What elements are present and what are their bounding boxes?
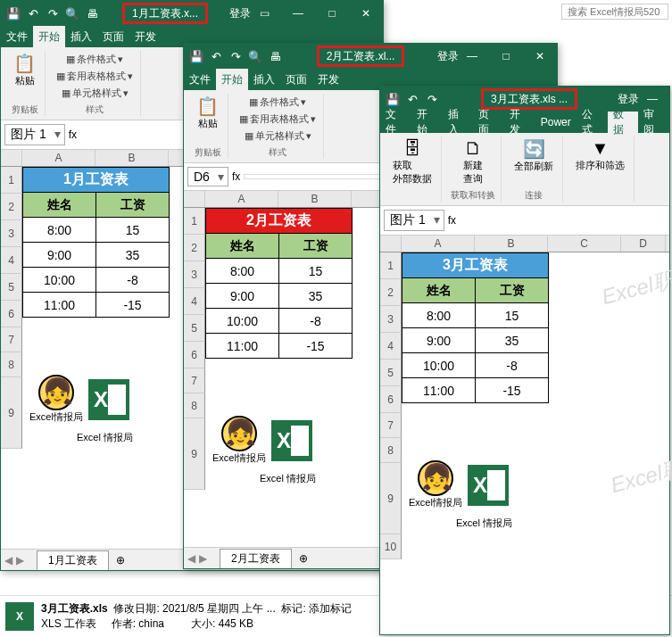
print-icon[interactable]: 🖶: [83, 4, 101, 22]
refresh-button[interactable]: 🔄全部刷新: [510, 136, 557, 175]
fx-icon[interactable]: fx: [232, 170, 240, 183]
add-sheet-icon[interactable]: ⊕: [299, 552, 308, 565]
data-table-3: 3月工资表 姓名工资 8:0015 9:0035 10:00-8 11:00-1…: [402, 252, 549, 403]
fx-icon[interactable]: fx: [448, 214, 456, 227]
paste-button[interactable]: 📋粘贴: [193, 94, 222, 132]
menu-insert[interactable]: 插入: [65, 26, 97, 47]
redo-icon[interactable]: ↷: [44, 4, 62, 22]
excel-icon: [468, 465, 509, 506]
titlebar-win1: 💾 ↶ ↷ 🔍 🖶 1月工资表.x... 登录 ▭ — □ ✕: [1, 1, 383, 26]
login-button[interactable]: 登录: [437, 49, 459, 64]
row-7[interactable]: 7: [1, 327, 22, 352]
filename-win1: 1月工资表.x...: [122, 3, 208, 24]
menubar-win3: 文件 开始 插入 页面 开发 Power 公式 数据 审阅: [380, 112, 669, 133]
filename-win2: 2月工资表.xl...: [317, 46, 405, 67]
search-input[interactable]: [561, 4, 668, 20]
menu-dev[interactable]: 开发: [129, 26, 162, 47]
minimize-icon[interactable]: —: [639, 93, 666, 105]
data-table-2: 2月工资表 姓名工资 8:0015 9:0035 10:00-8 11:00-1…: [205, 208, 353, 359]
menu-file[interactable]: 文件: [184, 69, 216, 90]
sheet-tab-1[interactable]: 1月工资表: [37, 550, 109, 570]
namebox-win3[interactable]: 图片 1: [384, 210, 444, 231]
tab-nav-last-icon[interactable]: ▶: [16, 554, 24, 567]
preview-icon[interactable]: 🔍: [246, 47, 264, 65]
logo-bureau-3: Excel情报局: [402, 453, 549, 517]
minimize-icon[interactable]: —: [285, 7, 311, 20]
row-1[interactable]: 1: [1, 167, 22, 194]
col-A[interactable]: A: [205, 191, 278, 207]
close-icon[interactable]: ✕: [353, 7, 379, 20]
ribbon-display-icon[interactable]: ▭: [251, 7, 278, 20]
save-icon[interactable]: 💾: [4, 4, 22, 22]
filename-win3: 3月工资表.xls ...: [481, 88, 577, 110]
redo-icon[interactable]: ↷: [423, 90, 441, 108]
menu-home[interactable]: 开始: [216, 69, 248, 90]
redo-icon[interactable]: ↷: [227, 47, 245, 65]
tab-nav-first-icon[interactable]: ◀: [4, 554, 12, 567]
undo-icon[interactable]: ↶: [403, 90, 421, 108]
minimize-icon[interactable]: —: [459, 50, 485, 62]
col-B[interactable]: B: [475, 236, 548, 252]
undo-icon[interactable]: ↶: [24, 4, 42, 22]
data-table-1: 1月工资表 姓名工资 8:0015 9:0035 10:00-8 11:00-1…: [22, 167, 170, 318]
sheet-tab-2[interactable]: 2月工资表: [220, 549, 292, 568]
col-B[interactable]: B: [278, 191, 352, 207]
table-title: 1月工资表: [23, 168, 170, 193]
save-icon[interactable]: 💾: [187, 47, 205, 65]
maximize-icon[interactable]: □: [493, 50, 519, 62]
undo-icon[interactable]: ↶: [207, 47, 225, 65]
col-D[interactable]: D: [621, 236, 666, 252]
col-A[interactable]: A: [22, 150, 95, 166]
avatar-icon: [38, 375, 74, 410]
ribbon-win3: 🗄获取 外部数据 🗋新建 查询 获取和转换 🔄全部刷新 连接 ▼排序和筛选: [380, 133, 669, 206]
preview-icon[interactable]: 🔍: [63, 4, 81, 22]
add-sheet-icon[interactable]: ⊕: [116, 554, 125, 567]
row-5[interactable]: 5: [1, 274, 22, 301]
sortfilter-button[interactable]: ▼排序和筛选: [572, 136, 628, 174]
row-4[interactable]: 4: [1, 247, 22, 274]
newquery-button[interactable]: 🗋新建 查询: [460, 136, 486, 187]
save-icon[interactable]: 💾: [384, 90, 402, 108]
menu-file[interactable]: 文件: [1, 26, 33, 47]
select-all[interactable]: [1, 150, 22, 166]
getdata-button[interactable]: 🗄获取 外部数据: [389, 136, 436, 187]
condfmt-button[interactable]: ▦ 条件格式 ▾: [247, 94, 308, 111]
avatar-icon: [418, 460, 453, 496]
cellfmt-button[interactable]: ▦ 单元格样式 ▾: [60, 85, 130, 102]
menu-home[interactable]: 开始: [33, 26, 65, 47]
print-icon[interactable]: 🖶: [266, 47, 284, 65]
clipboard-label: 剪贴板: [12, 102, 38, 116]
row-2[interactable]: 2: [1, 194, 22, 220]
formulabar-win3: 图片 1 fx: [380, 206, 669, 236]
tablefmt-button[interactable]: ▦ 套用表格格式 ▾: [54, 68, 135, 85]
row-9[interactable]: 9: [1, 377, 22, 449]
namebox-win1[interactable]: 图片 1: [4, 124, 65, 145]
menu-insert[interactable]: 插入: [248, 69, 280, 90]
select-all[interactable]: [380, 236, 402, 252]
login-button[interactable]: 登录: [229, 6, 251, 21]
namebox-win2[interactable]: D6: [187, 167, 228, 186]
row-8[interactable]: 8: [1, 352, 22, 377]
row-3[interactable]: 3: [1, 220, 22, 247]
login-button[interactable]: 登录: [618, 92, 639, 107]
fx-icon[interactable]: fx: [69, 128, 77, 141]
close-icon[interactable]: ✕: [527, 50, 553, 62]
col-B[interactable]: B: [95, 150, 169, 166]
cellfmt-button[interactable]: ▦ 单元格样式 ▾: [243, 128, 313, 145]
file-type-icon: X: [5, 602, 34, 631]
tab-nav-icon[interactable]: ◀: [187, 552, 195, 565]
avatar-icon: [221, 416, 257, 451]
paste-button[interactable]: 📋粘贴: [10, 51, 39, 89]
condfmt-button[interactable]: ▦ 条件格式 ▾: [64, 51, 125, 68]
logo-bureau-1: Excel情报局: [22, 368, 170, 431]
menu-dev[interactable]: 开发: [312, 69, 344, 90]
row-6[interactable]: 6: [1, 301, 22, 327]
tablefmt-button[interactable]: ▦ 套用表格格式 ▾: [237, 111, 318, 128]
menu-page[interactable]: 页面: [97, 26, 129, 47]
tab-nav-icon[interactable]: ▶: [199, 552, 207, 565]
col-C[interactable]: C: [548, 236, 621, 252]
select-all[interactable]: [184, 191, 205, 207]
col-A[interactable]: A: [402, 236, 475, 252]
maximize-icon[interactable]: □: [319, 7, 345, 20]
menu-page[interactable]: 页面: [280, 69, 312, 90]
